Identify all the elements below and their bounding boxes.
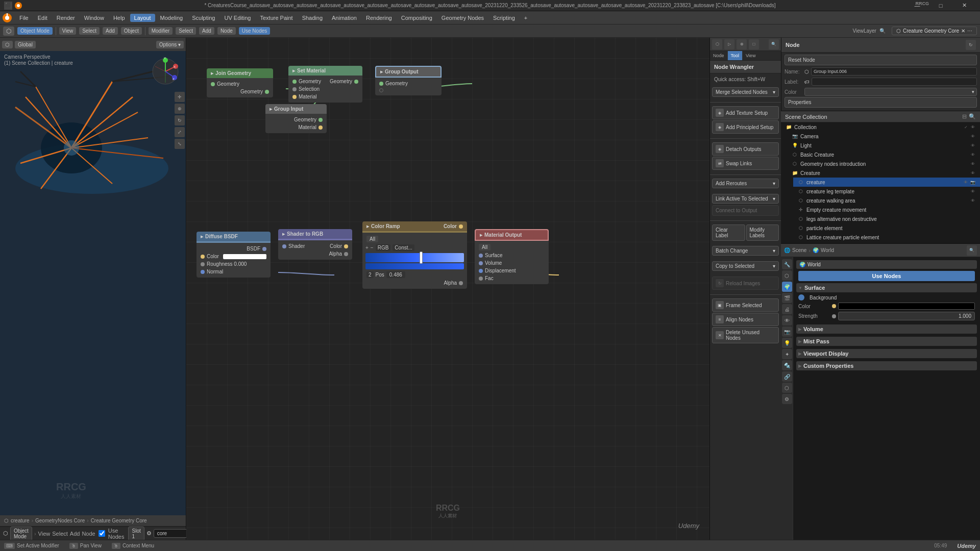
outliner-empty-creature[interactable]: ✛ Empty creature movement <box>793 205 980 214</box>
tool-icon-btn[interactable]: 🔧 <box>782 259 792 269</box>
c-render[interactable]: 📷 <box>970 179 976 185</box>
mo-all-label[interactable]: All <box>479 244 491 251</box>
vp-options[interactable]: Options ▾ <box>156 41 184 48</box>
cr-interp-dropdown[interactable]: Const... <box>393 244 414 251</box>
c-eye[interactable]: 👁 <box>963 179 969 185</box>
workspace-layout[interactable]: Layout <box>130 14 155 22</box>
viewport-btn[interactable]: View <box>59 27 77 35</box>
breadcrumb-geo-nodes[interactable]: GeometryNodes Core <box>35 518 85 523</box>
search-icon[interactable]: 🔍 <box>879 28 886 34</box>
select-btn[interactable]: Select <box>79 27 100 35</box>
select-btn2[interactable]: Select <box>176 27 196 35</box>
viewport-icon[interactable]: ⬡ <box>3 27 14 36</box>
nw-copy-dropdown[interactable]: Copy to Selected ▾ <box>712 261 779 271</box>
node-name-field[interactable] <box>811 67 977 76</box>
mist-header[interactable]: ▶ Mist Pass <box>796 337 977 346</box>
surface-section-header[interactable]: ▼ Surface <box>796 283 977 292</box>
workspace-scripting[interactable]: Scripting <box>489 14 519 22</box>
menu-edit[interactable]: Edit <box>34 14 52 22</box>
nw-icon3[interactable]: ⊕ <box>737 39 747 49</box>
nw-batch-dropdown[interactable]: Batch Change ▾ <box>712 246 779 256</box>
color-display-area[interactable]: ▾ <box>804 88 977 96</box>
volume-header[interactable]: ▶ Volume <box>796 324 977 334</box>
reset-node-btn[interactable]: Reset Node <box>785 55 977 65</box>
object-mode-btn[interactable]: Object Mode <box>17 27 53 35</box>
node-canvas[interactable]: ▸ Join Geometry Geometry Geometry <box>186 38 709 540</box>
vp-global[interactable]: Global <box>15 41 36 48</box>
props-add-icon[interactable]: 🔍 <box>967 245 977 256</box>
outliner-light[interactable]: 💡 Light 👁 <box>787 141 980 150</box>
nw-add-principled-btn[interactable]: ◈ Add Principled Setup <box>712 120 779 134</box>
object-btn[interactable]: Object <box>121 27 142 35</box>
outliner-particle[interactable]: ⬡ particle element <box>793 223 980 233</box>
breadcrumb-core[interactable]: Creature Geometry Core <box>91 518 147 523</box>
object-props-btn[interactable]: ⬡ <box>782 270 792 281</box>
cr-mode-dropdown[interactable]: RGB <box>376 244 391 251</box>
mat-props-btn[interactable]: ⚙ <box>782 394 792 404</box>
view-props-btn[interactable]: 👁 <box>782 315 792 325</box>
nw-icon2[interactable]: ▷ <box>724 39 734 49</box>
nw-reload-btn[interactable]: ↻ Reload Images <box>712 277 779 290</box>
nw-modify-labels-btn[interactable]: Modify Labels <box>746 224 779 241</box>
nw-add-texture-btn[interactable]: ◈ Add Texture Setup <box>712 106 779 119</box>
particle-props-btn[interactable]: ✦ <box>782 349 792 359</box>
search-icon2[interactable]: 🔍 <box>969 113 976 120</box>
slot-dropdown[interactable]: Slot 1 <box>128 527 144 541</box>
render-props-btn[interactable]: 📷 <box>782 327 792 337</box>
workspace-geometry-nodes[interactable]: Geometry Nodes <box>437 14 488 22</box>
props-world-label[interactable]: World <box>821 247 834 253</box>
workspace-animation[interactable]: Animation <box>328 14 361 22</box>
menu-help[interactable]: Help <box>109 14 129 22</box>
use-nodes-btn[interactable]: Use Nodes <box>239 27 270 35</box>
ramp-stop-handle[interactable] <box>420 252 423 264</box>
menu-render[interactable]: Render <box>53 14 79 22</box>
menu-window[interactable]: Window <box>80 14 108 22</box>
workspace-compositing[interactable]: Compositing <box>397 14 436 22</box>
modifier-props-btn[interactable]: 🔩 <box>782 360 792 370</box>
custom-props-header[interactable]: ▶ Custom Properties <box>796 361 977 370</box>
lt-eye[interactable]: 👁 <box>970 188 976 194</box>
nw-align-btn[interactable]: ≡ Align Nodes <box>712 313 779 326</box>
workspace-texture[interactable]: Texture Paint <box>256 14 297 22</box>
outliner-walking-area[interactable]: ⬡ creature walking area 👁 <box>793 196 980 205</box>
cr-all[interactable]: All <box>366 236 378 242</box>
material-output-node[interactable]: ▸ Material Output All Surface Volume <box>475 229 549 284</box>
nw-tab-node[interactable]: Node <box>710 51 728 60</box>
scale-icon[interactable]: ⤢ <box>175 127 185 137</box>
outliner-camera[interactable]: 📷 Camera 👁 <box>787 132 980 141</box>
properties-btn[interactable]: Properties <box>785 97 977 108</box>
nw-merge-dropdown[interactable]: Merge Selected Nodes ▾ <box>712 87 779 97</box>
use-nodes-main-btn[interactable]: Use Nodes <box>798 271 975 281</box>
workspace-rendering[interactable]: Rendering <box>362 14 396 22</box>
node-btn[interactable]: Node <box>217 27 236 35</box>
filter-icon[interactable]: ⊟ <box>962 113 967 120</box>
breadcrumb-object[interactable]: creature <box>11 518 30 523</box>
shader-to-rgb-node[interactable]: ▸ Shader to RGB Shader Color Alpha <box>278 229 352 260</box>
cursor-icon[interactable]: ✛ <box>175 92 185 102</box>
nw-icon1[interactable]: ⬡ <box>712 39 722 49</box>
outliner-creature-coll[interactable]: 📁 Creature 👁 <box>787 168 980 178</box>
cc-eye[interactable]: 👁 <box>970 170 976 176</box>
pos-num[interactable]: 2 <box>366 271 374 278</box>
scene-props-btn[interactable]: 🎬 <box>782 293 792 303</box>
viewport-3d-canvas[interactable]: Camera Perspective (1) Scene Collection … <box>0 51 186 515</box>
nav-gizmo[interactable]: X Y Z <box>150 56 181 87</box>
color-value[interactable] <box>223 254 266 259</box>
use-nodes-check[interactable] <box>99 530 105 537</box>
nw-delete-btn[interactable]: ✕ Delete Unused Nodes <box>712 327 779 343</box>
workspace-sculpting[interactable]: Sculpting <box>188 14 219 22</box>
workspace-uv[interactable]: UV Editing <box>220 14 255 22</box>
nw-search[interactable]: 🔍 <box>769 39 779 49</box>
view-icon[interactable]: ViewLayer <box>852 28 876 34</box>
outliner-geo-intro[interactable]: ⬡ Geometry nodes introduction 👁 <box>787 159 980 168</box>
data-props-btn[interactable]: ⬡ <box>782 383 792 393</box>
outliner-creature[interactable]: ⬡ creature 👁 📷 <box>793 178 980 187</box>
strength-value[interactable]: 1.000 <box>838 312 975 320</box>
outliner-lattice[interactable]: ⬡ Lattice creature particle element <box>793 233 980 242</box>
menu-file[interactable]: File <box>15 14 33 22</box>
vis-eye[interactable]: 👁 <box>970 124 976 130</box>
nw-detach-btn[interactable]: ◈ Detach Outputs <box>712 142 779 156</box>
bc-eye[interactable]: 👁 <box>970 152 976 158</box>
outliner-leg-template[interactable]: ⬡ creature leg template 👁 <box>793 187 980 196</box>
pos-value[interactable]: 0.486 <box>386 271 405 278</box>
